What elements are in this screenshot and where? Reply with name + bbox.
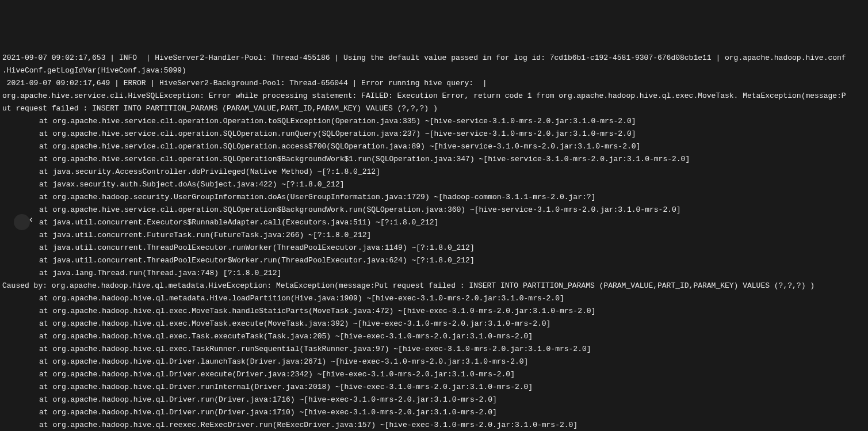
log-line: ut request failed : INSERT INTO PARTITIO…: [2, 102, 866, 115]
chevron-left-icon: [9, 203, 35, 241]
log-line: at org.apache.hadoop.hive.ql.exec.MoveTa…: [2, 305, 866, 318]
back-button[interactable]: [14, 214, 30, 230]
log-line: at org.apache.hadoop.hive.ql.metadata.Hi…: [2, 292, 866, 305]
log-line: org.apache.hive.service.cli.HiveSQLExcep…: [2, 90, 866, 102]
log-line: at java.security.AccessController.doPriv…: [2, 166, 866, 178]
log-line: at org.apache.hadoop.hive.ql.Driver.laun…: [2, 356, 866, 368]
log-line: at javax.security.auth.Subject.doAs(Subj…: [2, 178, 866, 191]
log-line: at java.util.concurrent.ThreadPoolExecut…: [2, 254, 866, 267]
log-line: 2021-09-07 09:02:17,653 | INFO | HiveSer…: [2, 52, 866, 64]
log-line: at org.apache.hive.service.cli.operation…: [2, 128, 866, 140]
log-line: at org.apache.hadoop.hive.ql.Driver.runI…: [2, 381, 866, 394]
log-output: 2021-09-07 09:02:17,653 | INFO | HiveSer…: [0, 51, 868, 431]
log-line: at org.apache.hive.service.cli.operation…: [2, 115, 866, 128]
log-line: Caused by: org.apache.hadoop.hive.ql.met…: [2, 280, 866, 292]
log-line: at java.util.concurrent.ThreadPoolExecut…: [2, 242, 866, 254]
log-line: at org.apache.hive.service.cli.operation…: [2, 153, 866, 166]
log-line: at org.apache.hadoop.hive.ql.Driver.run(…: [2, 394, 866, 406]
log-line: at org.apache.hadoop.hive.ql.Driver.run(…: [2, 406, 866, 419]
log-line: at org.apache.hadoop.hive.ql.exec.TaskRu…: [2, 343, 866, 356]
log-line: at org.apache.hadoop.hive.ql.Driver.exec…: [2, 368, 866, 381]
log-line: 2021-09-07 09:02:17,649 | ERROR | HiveSe…: [2, 77, 866, 90]
log-line: at org.apache.hadoop.hive.ql.exec.Task.e…: [2, 330, 866, 343]
log-line: at org.apache.hive.service.cli.operation…: [2, 140, 866, 153]
log-line: at java.util.concurrent.Executors$Runnab…: [2, 216, 866, 229]
log-line: at java.util.concurrent.FutureTask.run(F…: [2, 229, 866, 242]
log-line: at java.lang.Thread.run(Thread.java:748)…: [2, 267, 866, 280]
log-line: at org.apache.hive.service.cli.operation…: [2, 204, 866, 216]
log-line: at org.apache.hadoop.hive.ql.reexec.ReEx…: [2, 419, 866, 431]
log-line: at org.apache.hadoop.security.UserGroupI…: [2, 191, 866, 204]
log-line: at org.apache.hadoop.hive.ql.exec.MoveTa…: [2, 318, 866, 330]
log-line: .HiveConf.getLogIdVar(HiveConf.java:5099…: [2, 64, 866, 77]
